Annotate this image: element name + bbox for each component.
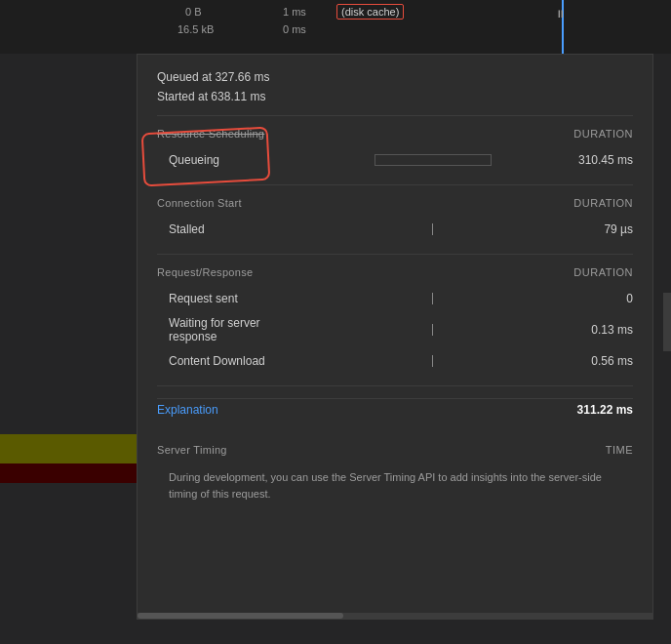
timing-tick-stalled bbox=[432, 223, 433, 235]
timing-row-queueing: Queueing 310.45 ms bbox=[157, 147, 633, 173]
timing-value-queueing: 310.45 ms bbox=[565, 153, 633, 167]
timing-bar-queueing bbox=[300, 152, 565, 168]
server-timing-title: Server Timing bbox=[157, 444, 227, 456]
total-row: Explanation 311.22 ms bbox=[157, 398, 633, 421]
timing-popup: Queued at 327.66 ms Started at 638.11 ms… bbox=[137, 54, 653, 620]
section-request-response-title: Request/Response bbox=[157, 266, 253, 278]
section-connection-start-duration-col: DURATION bbox=[573, 197, 633, 209]
server-timing-header: Server Timing TIME bbox=[157, 444, 633, 456]
timing-row-content-download: Content Download 0.56 ms bbox=[157, 348, 633, 374]
timing-bar-stalled bbox=[300, 221, 565, 237]
timing-bar-waiting bbox=[300, 322, 565, 338]
divider-3 bbox=[157, 254, 633, 255]
divider-2 bbox=[157, 184, 633, 185]
timing-value-waiting: 0.13 ms bbox=[565, 323, 633, 337]
section-resource-scheduling-duration-col: DURATION bbox=[573, 128, 633, 140]
timing-label-waiting: Waiting for serverresponse bbox=[169, 316, 300, 343]
timing-label-queueing: Queueing bbox=[169, 153, 300, 167]
scrollbar[interactable] bbox=[138, 613, 652, 619]
timing-value-request-sent: 0 bbox=[565, 292, 633, 305]
olive-bar bbox=[0, 434, 151, 463]
timing-value-content-download: 0.56 ms bbox=[565, 354, 633, 368]
timeline-label-0b: 0 B bbox=[185, 6, 202, 18]
timing-tick-waiting bbox=[432, 324, 433, 336]
queued-info: Queued at 327.66 ms bbox=[157, 70, 633, 84]
timeline-label-16kb: 16.5 kB bbox=[178, 23, 214, 35]
timing-label-stalled: Stalled bbox=[169, 222, 300, 236]
server-timing-time-col: TIME bbox=[606, 444, 633, 456]
timeline-label-1ms: 1 ms bbox=[283, 6, 306, 18]
timing-bar-content-download bbox=[300, 353, 565, 369]
server-timing-section: Server Timing TIME During development, y… bbox=[157, 444, 633, 502]
started-info: Started at 638.11 ms bbox=[157, 90, 633, 103]
timeline-header: 0 B 1 ms (disk cache) 16.5 kB 0 ms bbox=[0, 0, 671, 54]
section-connection-start-title: Connection Start bbox=[157, 197, 242, 209]
timeline-label-disk-cache: (disk cache) bbox=[336, 4, 404, 20]
server-timing-description: During development, you can use the Serv… bbox=[169, 471, 602, 500]
scrollbar-thumb[interactable] bbox=[138, 613, 343, 619]
timeline-label-0ms-sub: 0 ms bbox=[283, 23, 306, 35]
timing-bar-empty-queueing bbox=[375, 154, 492, 166]
section-resource-scheduling-title: Resource Scheduling bbox=[157, 128, 264, 140]
timing-label-content-download: Content Download bbox=[169, 354, 300, 368]
total-value: 311.22 ms bbox=[577, 403, 633, 417]
timing-bar-request-sent bbox=[300, 291, 565, 306]
section-request-response-duration-col: DURATION bbox=[573, 266, 633, 278]
pause-icon: ⏸ bbox=[555, 8, 566, 20]
server-timing-description-container: During development, you can use the Serv… bbox=[157, 463, 633, 502]
divider-1 bbox=[157, 115, 633, 116]
right-handle bbox=[663, 293, 671, 351]
timing-row-stalled: Stalled 79 µs bbox=[157, 217, 633, 242]
darkred-bar bbox=[0, 463, 151, 483]
explanation-link[interactable]: Explanation bbox=[157, 403, 218, 417]
section-request-response-header: Request/Response DURATION bbox=[157, 266, 633, 278]
timing-row-request-sent: Request sent 0 bbox=[157, 286, 633, 311]
timing-tick-content-download bbox=[432, 355, 433, 367]
section-resource-scheduling-header: Resource Scheduling DURATION bbox=[157, 128, 633, 140]
timing-label-request-sent: Request sent bbox=[169, 292, 300, 305]
left-sidebar bbox=[0, 54, 151, 644]
timing-row-waiting: Waiting for serverresponse 0.13 ms bbox=[157, 311, 633, 348]
divider-4 bbox=[157, 385, 633, 386]
timing-value-stalled: 79 µs bbox=[565, 222, 633, 236]
timing-tick-request-sent bbox=[432, 293, 433, 304]
section-connection-start-header: Connection Start DURATION bbox=[157, 197, 633, 209]
